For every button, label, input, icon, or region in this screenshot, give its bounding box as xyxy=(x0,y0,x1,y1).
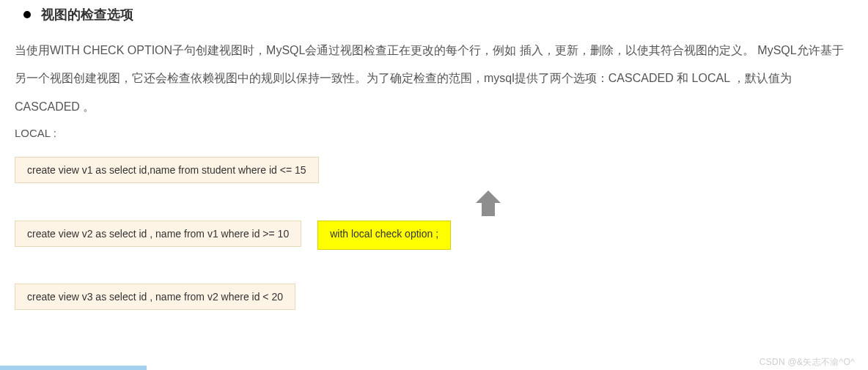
code-row-v2: create view v2 as select id , name from … xyxy=(15,221,853,250)
section-heading: 视图的检查选项 xyxy=(41,6,133,23)
code-block-v3: create view v3 as select id , name from … xyxy=(15,284,295,310)
bullet-icon xyxy=(23,11,31,18)
code-block-v1: create view v1 as select id,name from st… xyxy=(15,157,319,183)
heading-row: 视图的检查选项 xyxy=(23,6,853,23)
code-block-v2: create view v2 as select id , name from … xyxy=(15,221,301,247)
highlight-check-option: with local check option ; xyxy=(317,221,451,250)
local-label: LOCAL : xyxy=(15,127,853,139)
description-paragraph: 当使用WITH CHECK OPTION子句创建视图时，MySQL会通过视图检查… xyxy=(15,37,853,121)
arrow-up-icon xyxy=(123,190,853,216)
